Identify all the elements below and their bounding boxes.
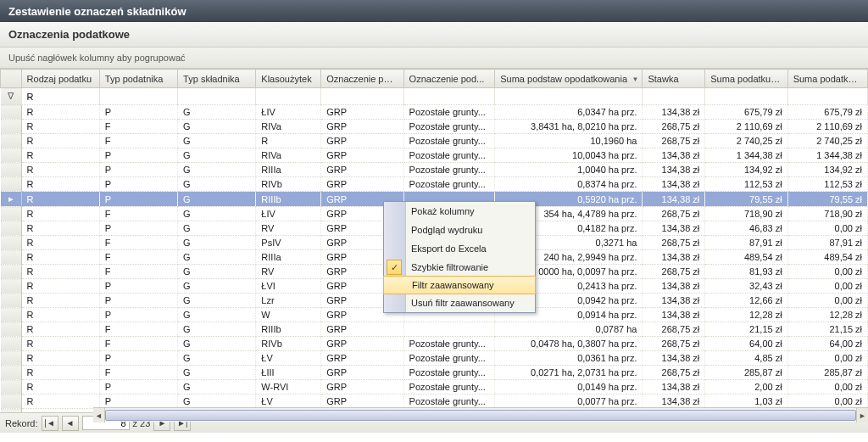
- table-cell[interactable]: Lzr: [256, 294, 321, 308]
- table-cell[interactable]: G: [178, 250, 256, 265]
- table-cell[interactable]: 134,38 zł: [643, 308, 705, 322]
- table-cell[interactable]: R: [21, 236, 99, 250]
- table-cell[interactable]: GRP: [321, 177, 403, 192]
- table-cell[interactable]: 0,00 zł: [787, 351, 867, 366]
- table-cell[interactable]: GRP: [321, 351, 403, 366]
- context-menu-item[interactable]: ✓Szybkie filtrowanie: [384, 258, 535, 277]
- table-cell[interactable]: ŁIV: [256, 207, 321, 221]
- table-cell[interactable]: 12,28 zł: [787, 308, 867, 322]
- table-cell[interactable]: 268,75 zł: [643, 337, 705, 351]
- table-cell[interactable]: 0,0149 ha prz.: [495, 380, 643, 394]
- table-cell[interactable]: 268,75 zł: [643, 120, 705, 134]
- table-cell[interactable]: R: [21, 409, 99, 413]
- table-cell[interactable]: P: [99, 294, 177, 308]
- context-menu-item[interactable]: Pokaż kolumny: [384, 202, 535, 221]
- table-cell[interactable]: F: [99, 134, 177, 148]
- table-cell[interactable]: G: [178, 308, 256, 322]
- table-cell[interactable]: 489,54 zł: [787, 250, 867, 265]
- table-cell[interactable]: R: [21, 192, 99, 207]
- table-row[interactable]: RFGRIVbGRPPozostałe grunty...0,0478 ha, …: [1, 337, 868, 351]
- table-cell[interactable]: G: [178, 236, 256, 250]
- table-cell[interactable]: ŁV: [256, 351, 321, 366]
- table-cell[interactable]: RIVa: [256, 120, 321, 134]
- table-cell[interactable]: 2 110,69 zł: [787, 120, 867, 134]
- table-cell[interactable]: Pozostałe grunty...: [403, 163, 495, 177]
- table-cell[interactable]: 46,83 zł: [705, 221, 787, 236]
- table-cell[interactable]: R: [21, 148, 99, 163]
- scroll-right-arrow-icon[interactable]: ►: [856, 408, 868, 422]
- table-cell[interactable]: 268,75 zł: [643, 322, 705, 337]
- filter-cell[interactable]: [256, 88, 321, 105]
- table-cell[interactable]: 675,79 zł: [787, 105, 867, 120]
- table-cell[interactable]: 134,38 zł: [643, 221, 705, 236]
- table-cell[interactable]: G: [178, 163, 256, 177]
- table-cell[interactable]: R: [21, 163, 99, 177]
- table-cell[interactable]: RV: [256, 221, 321, 236]
- table-row[interactable]: RFGRIVaGRPPozostałe grunty...3,8431 ha, …: [1, 120, 868, 134]
- table-cell[interactable]: P: [99, 380, 177, 394]
- table-cell[interactable]: GRP: [321, 380, 403, 394]
- table-cell[interactable]: G: [178, 221, 256, 236]
- table-cell[interactable]: [403, 322, 495, 337]
- table-cell[interactable]: GRP: [321, 394, 403, 409]
- table-cell[interactable]: 718,90 zł: [787, 207, 867, 221]
- table-cell[interactable]: 112,53 zł: [705, 177, 787, 192]
- table-cell[interactable]: RIIIb: [256, 192, 321, 207]
- context-menu-item[interactable]: Usuń filtr zaawansowany: [384, 294, 535, 312]
- table-cell[interactable]: F: [99, 236, 177, 250]
- table-row[interactable]: RFGŁIIIGRPPozostałe grunty...0,0271 ha, …: [1, 366, 868, 380]
- table-cell[interactable]: 0,8374 ha prz.: [495, 177, 643, 192]
- table-cell[interactable]: 3,8431 ha, 8,0210 ha prz.: [495, 120, 643, 134]
- table-cell[interactable]: W-RVI: [256, 380, 321, 394]
- table-cell[interactable]: 21,15 zł: [787, 322, 867, 337]
- filter-cell[interactable]: [495, 88, 643, 105]
- table-cell[interactable]: 0,00 zł: [787, 294, 867, 308]
- column-header[interactable]: Suma podatku p...: [705, 70, 787, 88]
- table-cell[interactable]: F: [99, 120, 177, 134]
- horizontal-scrollbar[interactable]: ◄ ►: [93, 407, 868, 422]
- table-cell[interactable]: 12,28 zł: [705, 308, 787, 322]
- table-cell[interactable]: W: [256, 308, 321, 322]
- filter-cell[interactable]: [705, 88, 787, 105]
- table-cell[interactable]: Pozostałe grunty...: [403, 120, 495, 134]
- table-cell[interactable]: 134,38 zł: [643, 177, 705, 192]
- table-cell[interactable]: R: [21, 250, 99, 265]
- filter-cell[interactable]: [178, 88, 256, 105]
- table-cell[interactable]: P: [99, 177, 177, 192]
- table-cell[interactable]: P: [99, 148, 177, 163]
- table-cell[interactable]: 1,03 zł: [705, 394, 787, 409]
- table-cell[interactable]: F: [99, 265, 177, 279]
- table-cell[interactable]: RV: [256, 265, 321, 279]
- table-cell[interactable]: G: [178, 279, 256, 294]
- table-row[interactable]: RPGRIVaGRPPozostałe grunty...10,0043 ha …: [1, 148, 868, 163]
- context-menu-item[interactable]: Eksport do Excela: [384, 239, 535, 258]
- table-cell[interactable]: 0,00 zł: [787, 265, 867, 279]
- table-cell[interactable]: RIIIb: [256, 322, 321, 337]
- table-cell[interactable]: R: [21, 294, 99, 308]
- table-cell[interactable]: RIVa: [256, 148, 321, 163]
- table-cell[interactable]: R: [21, 207, 99, 221]
- filter-icon[interactable]: ∇: [1, 88, 22, 105]
- table-cell[interactable]: 134,38 zł: [643, 163, 705, 177]
- table-cell[interactable]: 64,00 zł: [787, 337, 867, 351]
- table-cell[interactable]: R: [21, 380, 99, 394]
- table-row[interactable]: RPGŁVGRPPozostałe grunty...0,0077 ha prz…: [1, 394, 868, 409]
- table-cell[interactable]: 134,38 zł: [643, 380, 705, 394]
- table-cell[interactable]: 0,0787 ha: [495, 322, 643, 337]
- column-header[interactable]: Stawka: [643, 70, 705, 88]
- table-cell[interactable]: RIVb: [256, 177, 321, 192]
- table-cell[interactable]: ŁV: [256, 394, 321, 409]
- table-cell[interactable]: 0,0361 ha prz.: [495, 351, 643, 366]
- table-cell[interactable]: 0,0271 ha, 2,0731 ha prz.: [495, 366, 643, 380]
- table-cell[interactable]: G: [178, 177, 256, 192]
- table-cell[interactable]: 0,0077 ha prz.: [495, 394, 643, 409]
- table-cell[interactable]: 134,38 zł: [643, 279, 705, 294]
- table-cell[interactable]: Pozostałe grunty...: [403, 366, 495, 380]
- table-cell[interactable]: 32,43 zł: [705, 279, 787, 294]
- table-cell[interactable]: Pozostałe grunty...: [403, 105, 495, 120]
- table-cell[interactable]: G: [178, 148, 256, 163]
- table-cell[interactable]: 134,38 zł: [643, 250, 705, 265]
- table-cell[interactable]: 79,55 zł: [705, 192, 787, 207]
- table-cell[interactable]: F: [99, 207, 177, 221]
- column-header[interactable]: Oznaczenie pod...: [321, 70, 403, 88]
